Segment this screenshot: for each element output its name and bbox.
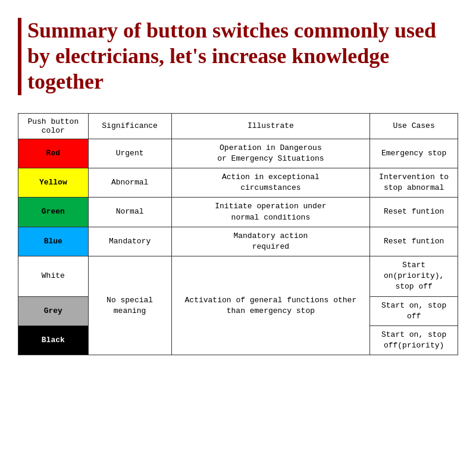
significance-green: Normal (88, 198, 171, 227)
usecase-grey: Start on, stop off (370, 296, 458, 325)
illustrate-no-special: Activation of general functions other th… (171, 256, 370, 355)
significance-blue: Mandatory (88, 227, 171, 256)
table-section: Push button color Significance Illustrat… (18, 113, 458, 464)
col-header-usecases: Use Cases (370, 113, 458, 139)
usecase-yellow: Intervention tostop abnormal (370, 168, 458, 197)
usecase-green: Reset funtion (370, 198, 458, 227)
significance-urgent: Urgent (88, 139, 171, 168)
col-header-color: Push button color (18, 113, 89, 139)
color-cell-blue: Blue (18, 227, 89, 256)
table-header-row: Push button color Significance Illustrat… (18, 113, 458, 139)
title-section: Summary of button switches commonly used… (18, 12, 458, 101)
table-row: Green Normal Initiate operation undernor… (18, 198, 458, 227)
color-cell-yellow: Yellow (18, 168, 89, 197)
illustrate-red: Operation in Dangerousor Emergency Situa… (171, 139, 370, 168)
color-cell-grey: Grey (18, 296, 89, 325)
significance-no-special: No special meaning (88, 256, 171, 355)
usecase-blue: Reset funtion (370, 227, 458, 256)
usecase-white: Start on(priority),stop off (370, 256, 458, 297)
page: Summary of button switches commonly used… (0, 0, 476, 476)
color-cell-white: White (18, 256, 89, 297)
table-row: Red Urgent Operation in Dangerousor Emer… (18, 139, 458, 168)
table-row: Blue Mandatory Mandatory actionrequired … (18, 227, 458, 256)
usecase-red: Emergency stop (370, 139, 458, 168)
col-header-significance: Significance (88, 113, 171, 139)
color-cell-black: Black (18, 326, 89, 355)
col-header-illustrate: Illustrate (171, 113, 370, 139)
usecase-black: Start on, stopoff(priority) (370, 326, 458, 355)
page-title: Summary of button switches commonly used… (27, 18, 458, 95)
color-cell-red: Red (18, 139, 89, 168)
title-bar (18, 18, 21, 95)
illustrate-yellow: Action in exceptionalcircumstances (171, 168, 370, 197)
table-row: White No special meaning Activation of g… (18, 256, 458, 297)
significance-yellow: Abnormal (88, 168, 171, 197)
table-row: Yellow Abnormal Action in exceptionalcir… (18, 168, 458, 197)
illustrate-green: Initiate operation undernormal condition… (171, 198, 370, 227)
color-cell-green: Green (18, 198, 89, 227)
illustrate-blue: Mandatory actionrequired (171, 227, 370, 256)
summary-table: Push button color Significance Illustrat… (18, 113, 458, 356)
